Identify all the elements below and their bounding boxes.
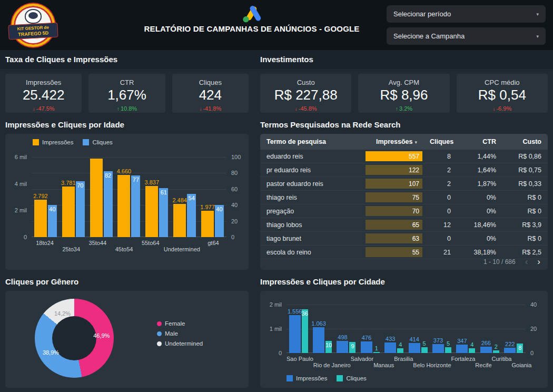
x-slot: Sao Paulo <box>287 356 313 371</box>
column-header-termo-de-pesquisa[interactable]: Termo de pesquisa <box>260 138 364 145</box>
term-cell: pastor eduardo reis <box>260 180 364 188</box>
panels-row-2: 46,9%38,9%14,2%FemaleMaleUndetermined 01… <box>0 291 553 388</box>
plot-area: 02 mil4 mil6 mil0204060801002.792403.781… <box>32 157 226 237</box>
panels-row-1: ImpressõesCliques02 mil4 mil6 mil0204060… <box>0 134 553 270</box>
cliques-bar[interactable]: 77 <box>131 175 140 237</box>
cliques-bar[interactable]: 40 <box>215 205 224 237</box>
impressoes-bar[interactable]: 433 <box>384 342 396 353</box>
impressoes-bar[interactable]: 3.837 <box>145 186 158 237</box>
legend-label: Male <box>165 330 178 337</box>
next-page-button[interactable]: › <box>537 257 540 266</box>
x-axis-label: Rio de Janeiro <box>313 362 351 368</box>
impressions-cell: 55 <box>364 246 423 259</box>
impressoes-bar[interactable]: 3.781 <box>62 187 75 237</box>
kpi-value: 424 <box>172 87 249 103</box>
bar-groups: 1.556361.0631049894761433441453735347426… <box>287 305 526 353</box>
y-axis-tick-left: 2 mil <box>270 301 282 308</box>
cliques-bar[interactable]: 8 <box>517 344 523 353</box>
x-slot: Brasilia <box>394 356 413 371</box>
y-axis-tick-left: 0 <box>24 234 27 240</box>
table-row[interactable]: thiago reis7500%R$ 0 <box>260 191 548 204</box>
cliques-bar[interactable]: 1 <box>373 352 380 353</box>
prev-page-button[interactable]: ‹ <box>525 257 528 266</box>
cost-cell: R$ 0 <box>502 235 548 242</box>
bar-value-label: 2.484 <box>172 197 187 203</box>
plot-area: 01 mil2 mil020401.556361.063104989476143… <box>287 305 526 353</box>
column-header-ctr[interactable]: CTR <box>457 138 502 145</box>
table-row[interactable]: pastor eduardo reis10721,87%R$ 0,33 <box>260 177 548 191</box>
campaign-dropdown[interactable]: Selecione a Campanha ▾ <box>387 27 546 45</box>
term-cell: pregação <box>260 208 364 215</box>
legend-item-male: Male <box>157 330 203 337</box>
cliques-bar[interactable]: 61 <box>159 188 168 237</box>
impressoes-bar[interactable]: 476 <box>361 341 372 353</box>
impressoes-bar[interactable]: 1.977 <box>201 211 214 237</box>
impressoes-bar[interactable]: 2.792 <box>34 200 47 237</box>
column-header-label: Cliques <box>430 138 453 145</box>
cliques-bar[interactable]: 4 <box>397 348 403 353</box>
impressoes-bar[interactable]: 498 <box>337 341 348 353</box>
cliques-bar[interactable]: 82 <box>104 171 113 237</box>
cliques-bar[interactable]: 4 <box>469 348 475 353</box>
bar-value-label: 82 <box>105 172 111 179</box>
period-dropdown[interactable]: Selecionar período ▾ <box>387 5 546 23</box>
impressoes-bar[interactable]: 414 <box>409 343 420 353</box>
x-axis-label: Belo Horizonte <box>413 362 451 368</box>
impressoes-bar[interactable]: 373 <box>432 344 444 353</box>
bar-value-label: 2 <box>495 344 498 350</box>
table-row[interactable]: tiago brunet6300%R$ 0 <box>260 232 548 246</box>
bar-value-label: 476 <box>362 335 371 341</box>
cost-cell: R$ 3,9 <box>502 221 548 229</box>
bar-value-label: 3.837 <box>145 179 160 185</box>
table-row[interactable]: pr eduardo reis12221,64%R$ 0,75 <box>260 163 548 177</box>
cliques-bar[interactable]: 9 <box>349 342 355 353</box>
cliques-bar[interactable]: 2 <box>493 350 499 353</box>
y-axis-tick-right: 80 <box>231 170 238 176</box>
impressions-value: 122 <box>409 166 419 174</box>
bar-value-label: 3.781 <box>61 180 76 186</box>
column-header-cliques[interactable]: Cliques <box>423 138 457 145</box>
impressions-cell: 65 <box>364 218 423 231</box>
cost-cell: R$ 0,33 <box>502 180 548 188</box>
impressoes-bar[interactable]: 347 <box>456 345 468 353</box>
cliques-bar[interactable]: 5 <box>445 347 451 354</box>
impressoes-bar[interactable]: 222 <box>504 348 516 353</box>
impressions-value: 557 <box>409 153 419 160</box>
gender-donut[interactable]: 46,9%38,9%14,2% <box>35 299 114 378</box>
column-header-impressoes[interactable]: Impressões▾ <box>364 138 423 145</box>
kpi-delta-value: 3.2% <box>399 105 412 112</box>
cliques-bar[interactable]: 5 <box>421 347 428 354</box>
table-row[interactable]: pregação7000%R$ 0 <box>260 204 548 218</box>
impressoes-bar[interactable]: 1.556 <box>289 315 301 353</box>
ctr-cell: 1,44% <box>457 153 502 160</box>
y-axis-tick-right: 60 <box>231 186 238 192</box>
impressoes-bar[interactable]: 266 <box>480 347 492 353</box>
y-axis-tick-left: 4 mil <box>15 181 27 187</box>
cliques-bar[interactable]: 40 <box>48 205 57 237</box>
impressions-cell: 122 <box>364 163 423 177</box>
cliques-bar[interactable]: 54 <box>187 194 196 237</box>
kpi-value: 25.422 <box>5 87 82 103</box>
x-axis-label: 25to34 <box>62 246 80 252</box>
filter-controls: Selecionar período ▾ Selecione a Campanh… <box>387 5 546 45</box>
legend-swatch <box>337 375 343 381</box>
impressoes-bar[interactable]: 5.891 <box>90 159 103 237</box>
impressoes-bar[interactable]: 1.063 <box>313 327 324 353</box>
chart-legend: ImpressõesCliques <box>33 139 249 145</box>
kpi-delta: ↓-45.8% <box>260 105 351 112</box>
cliques-bar[interactable]: 36 <box>302 309 308 353</box>
table-row[interactable]: thiago lobos651218,46%R$ 3,9 <box>260 218 548 232</box>
slice-label-female: 46,9% <box>93 332 110 339</box>
cliques-bar[interactable]: 70 <box>76 181 85 237</box>
legend-item-female: Female <box>157 320 203 327</box>
column-header-custo[interactable]: Custo <box>502 138 548 145</box>
table-row[interactable]: eduardo reis55781,44%R$ 0,86 <box>260 150 548 163</box>
cliques-bar[interactable]: 10 <box>325 341 332 353</box>
bar-group-salvador: 4989 <box>337 305 355 353</box>
kpi-delta-value: 10.8% <box>121 105 137 112</box>
impressions-cell: 63 <box>364 232 423 245</box>
section-title-age-chart: Impressões e Cliques por Idade <box>5 120 249 130</box>
impressoes-bar[interactable]: 4.660 <box>117 175 130 237</box>
impressoes-bar[interactable]: 2.484 <box>173 204 186 237</box>
bar-value-label: 1.556 <box>288 308 302 315</box>
